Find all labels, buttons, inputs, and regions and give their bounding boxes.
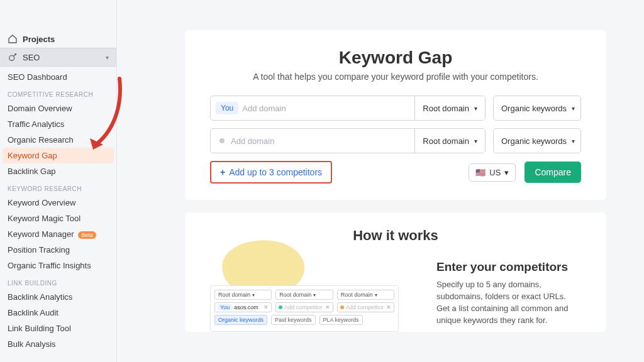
competitor-keywords-select[interactable]: Organic keywords ▾: [493, 128, 581, 153]
form-row-you: You Root domain ▾ Organic keywords ▾: [210, 96, 581, 121]
you-domain-box: You Root domain ▾: [210, 96, 486, 121]
competitor-root-label: Root domain: [423, 136, 469, 146]
how-text: Enter your competitors Specify up to 5 a…: [436, 253, 581, 326]
competitor-domain-input[interactable]: [231, 136, 414, 146]
compare-button[interactable]: Compare: [525, 162, 581, 183]
nav-seo-dashboard[interactable]: SEO Dashboard: [0, 69, 116, 85]
you-chip: You: [216, 102, 238, 114]
nav-traffic-analytics[interactable]: Traffic Analytics: [0, 116, 116, 132]
competitor-keywords-label: Organic keywords: [501, 136, 567, 146]
country-label: US: [489, 168, 501, 177]
you-root-select[interactable]: Root domain ▾: [414, 96, 485, 120]
nav-projects[interactable]: Projects: [0, 30, 116, 48]
you-root-label: Root domain: [423, 104, 469, 113]
nav-keyword-overview[interactable]: Keyword Overview: [0, 195, 116, 211]
nav-position-tracking[interactable]: Position Tracking: [0, 242, 116, 258]
section-link-building: LINK BUILDING: [0, 273, 116, 289]
chevron-down-icon: ▾: [474, 138, 477, 145]
sidebar: Projects SEO ▾ SEO Dashboard COMPETITIVE…: [0, 0, 117, 362]
nav-seo-label: SEO: [23, 53, 40, 62]
form-row-competitor: Root domain ▾ Organic keywords ▾: [210, 128, 581, 153]
nav-backlink-analytics[interactable]: Backlink Analytics: [0, 289, 116, 305]
chevron-down-icon: ▾: [572, 138, 575, 145]
nav-projects-label: Projects: [23, 35, 55, 44]
you-keywords-select[interactable]: Organic keywords ▾: [493, 96, 581, 121]
form-actions: + Add up to 3 competitors 🇺🇸 US ▾ Compar…: [210, 161, 581, 184]
nav-seo[interactable]: SEO ▾: [0, 48, 116, 67]
add-competitors-label: Add up to 3 competitors: [229, 167, 322, 177]
plus-icon: +: [220, 167, 225, 177]
country-select[interactable]: 🇺🇸 US ▾: [469, 163, 516, 182]
nav-backlink-audit[interactable]: Backlink Audit: [0, 305, 116, 321]
chevron-down-icon: ▾: [504, 168, 509, 177]
section-keyword: KEYWORD RESEARCH: [0, 179, 116, 195]
nav-organic-research[interactable]: Organic Research: [0, 132, 116, 148]
you-keywords-label: Organic keywords: [501, 104, 567, 113]
home-icon: [8, 34, 18, 44]
keyword-gap-card: Keyword Gap A tool that helps you compar…: [185, 30, 606, 200]
add-competitors-button[interactable]: + Add up to 3 competitors: [210, 161, 332, 184]
how-it-works-card: How it works Root domain▾ Root domain▾ R…: [185, 212, 606, 332]
flag-us-icon: 🇺🇸: [475, 168, 486, 177]
how-illustration: Root domain▾ Root domain▾ Root domain▾ Y…: [210, 253, 405, 326]
section-competitive: COMPETITIVE RESEARCH: [0, 85, 116, 101]
main-content: Keyword Gap A tool that helps you compar…: [117, 0, 644, 362]
chevron-down-icon: ▾: [106, 54, 109, 61]
you-domain-input[interactable]: [242, 104, 414, 113]
nav-backlink-gap[interactable]: Backlink Gap: [0, 163, 116, 179]
mini-form-illustration: Root domain▾ Root domain▾ Root domain▾ Y…: [210, 285, 399, 332]
nav-organic-traffic-insights[interactable]: Organic Traffic Insights: [0, 258, 116, 273]
page-subtitle: A tool that helps you compare your keywo…: [210, 72, 581, 82]
nav-link-building-tool[interactable]: Link Building Tool: [0, 321, 116, 336]
beta-badge: Beta: [78, 231, 96, 239]
competitor-dot: [219, 138, 225, 143]
nav-keyword-magic-tool[interactable]: Keyword Magic Tool: [0, 211, 116, 226]
competitor-root-select[interactable]: Root domain ▾: [414, 129, 485, 153]
nav-keyword-manager-label: Keyword Manager: [8, 229, 74, 239]
nav-keyword-manager[interactable]: Keyword Manager Beta: [0, 226, 116, 242]
competitor-domain-box: Root domain ▾: [210, 128, 486, 153]
target-icon: [8, 52, 18, 62]
nav-keyword-gap[interactable]: Keyword Gap: [3, 148, 114, 163]
how-body-text: Specify up to 5 any domains, subdomains,…: [436, 279, 581, 326]
chevron-down-icon: ▾: [474, 105, 477, 112]
page-title: Keyword Gap: [210, 48, 581, 68]
nav-domain-overview[interactable]: Domain Overview: [0, 101, 116, 116]
nav-bulk-analysis[interactable]: Bulk Analysis: [0, 336, 116, 352]
how-heading: Enter your competitors: [436, 260, 581, 274]
chevron-down-icon: ▾: [572, 105, 575, 112]
